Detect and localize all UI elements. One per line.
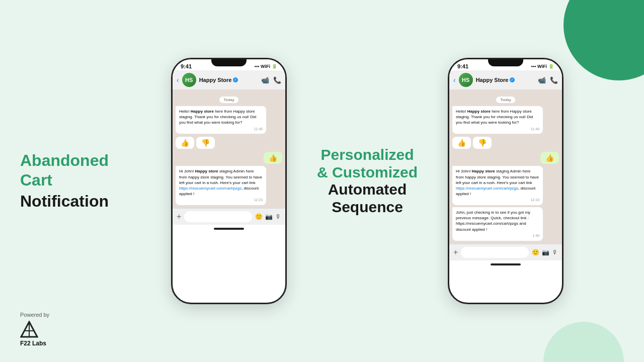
phone1-status-icons: ▪▪▪ WiFi 🔋: [255, 64, 278, 69]
phone2-call-icon[interactable]: 📞: [550, 76, 558, 84]
phone2-msg2: Hi John! Happy store staging Admin here …: [452, 166, 543, 205]
phone2-signal-icon: ▪▪▪: [531, 64, 536, 69]
left-title-green: Abandoned Cart: [20, 151, 141, 190]
phone2-battery-icon: 🔋: [548, 64, 554, 69]
phone1-thumbs-down-btn[interactable]: 👎: [196, 137, 215, 149]
phone2-bottom-bar: [449, 260, 562, 268]
phone2-avatar: HS: [459, 73, 473, 87]
phone1-input-icons: 🙂 📷 🎙: [255, 213, 281, 220]
phone1-wrapper: 9:41 ▪▪▪ WiFi 🔋 ‹ HS Happy Store ✓ 📹 📞: [171, 58, 287, 304]
phone1-message-input[interactable]: [184, 211, 252, 222]
phone2-wa-header: ‹ HS Happy Store ✓ 📹 📞: [449, 70, 562, 90]
phone1-contact-name: Happy Store: [199, 77, 232, 83]
phone1-sticker-icon[interactable]: 🙂: [255, 213, 263, 220]
phone1-input-bar: + 🙂 📷 🎙: [173, 208, 285, 225]
middle-section: Personalized& Customized AutomatedSequen…: [297, 146, 438, 216]
phone2-add-icon[interactable]: +: [453, 248, 458, 257]
phone2-time: 9:41: [457, 63, 468, 69]
phone2-home-indicator: [491, 263, 521, 265]
phone2-message-input[interactable]: [461, 247, 529, 258]
left-section: Abandoned Cart Notification: [0, 151, 161, 211]
phone1-back-button[interactable]: ‹: [177, 76, 179, 84]
phone1-verified-icon: ✓: [233, 77, 238, 82]
phone2-sticker-icon[interactable]: 🙂: [532, 249, 539, 256]
phone1-mic-icon[interactable]: 🎙: [275, 213, 281, 220]
phone2-back-button[interactable]: ‹: [453, 76, 456, 84]
phone1-status-bar: 9:41 ▪▪▪ WiFi 🔋: [173, 59, 285, 70]
middle-title-black: AutomatedSequence: [307, 181, 428, 216]
phone2-status-icons: ▪▪▪ WiFi 🔋: [531, 64, 554, 69]
phone2-camera-icon[interactable]: 📷: [542, 249, 549, 256]
phone2-chat-area: Today Hello! Happy store here from Happy…: [449, 90, 562, 244]
left-title-black: Notification: [20, 192, 141, 211]
phone2-input-bar: + 🙂 📷 🎙: [449, 244, 562, 260]
phone2-contact-name: Happy Store: [476, 77, 509, 83]
phone2-msg1: Hello! Happy store here from Happy store…: [452, 106, 543, 134]
phone2-msg3: John, just checking in to see if you got…: [452, 207, 543, 241]
phone2-wifi-icon: WiFi: [537, 64, 547, 69]
phone1-notch: [211, 59, 247, 66]
phone2-thumbs-up-btn[interactable]: 👍: [452, 137, 471, 149]
phone1-sent-emoji: 👍: [264, 152, 282, 164]
phone2-notch: [488, 59, 523, 66]
phone1-name-row: Happy Store ✓: [199, 77, 258, 83]
phone2-input-icons: 🙂 📷 🎙: [532, 249, 558, 256]
phone2-thumbs-down-btn[interactable]: 👎: [473, 137, 492, 149]
phone1-date-label: Today: [176, 94, 282, 103]
phone1-add-icon[interactable]: +: [177, 212, 181, 221]
phone2-verified-icon: ✓: [510, 77, 515, 82]
battery-icon: 🔋: [272, 64, 277, 69]
phone2-date-label: Today: [452, 94, 559, 103]
phone1-time: 9:41: [181, 63, 192, 69]
signal-icon: ▪▪▪: [255, 64, 260, 69]
phone1-wa-header: ‹ HS Happy Store ✓ 📹 📞: [173, 70, 285, 90]
wifi-icon: WiFi: [261, 64, 270, 69]
phone2-status-bar: 9:41 ▪▪▪ WiFi 🔋: [449, 59, 562, 70]
phone2-mic-icon[interactable]: 🎙: [552, 249, 558, 256]
phone2-video-icon[interactable]: 📹: [538, 76, 546, 84]
phone1-avatar: HS: [182, 73, 196, 87]
phone1-thumbs-up-btn[interactable]: 👍: [176, 137, 194, 149]
phone1-camera-icon[interactable]: 📷: [265, 213, 273, 220]
phone1-msg2: Hi John! Happy store staging Admin here …: [176, 166, 266, 205]
phone2: 9:41 ▪▪▪ WiFi 🔋 ‹ HS Happy Store ✓ 📹 📞: [448, 58, 564, 304]
phone1-msg1: Hello! Happy store here from Happy store…: [176, 106, 266, 134]
phone2-sent-emoji: 👍: [540, 152, 559, 164]
phone2-wrapper: 9:41 ▪▪▪ WiFi 🔋 ‹ HS Happy Store ✓ 📹 📞: [448, 58, 564, 304]
phone1-emoji-row: 👍 👎: [176, 137, 282, 149]
phone1: 9:41 ▪▪▪ WiFi 🔋 ‹ HS Happy Store ✓ 📹 📞: [171, 58, 287, 304]
middle-title-green: Personalized& Customized: [307, 146, 428, 181]
phone2-name-row: Happy Store ✓: [476, 77, 535, 83]
phone2-emoji-row: 👍 👎: [452, 137, 559, 149]
phone2-header-actions: 📹 📞: [538, 76, 558, 84]
phone1-home-indicator: [214, 228, 244, 230]
phone1-call-icon[interactable]: 📞: [273, 76, 281, 84]
phone1-bottom-bar: [173, 225, 285, 233]
phone1-video-icon[interactable]: 📹: [261, 76, 269, 84]
phone1-header-actions: 📹 📞: [261, 76, 281, 84]
phone1-chat-area: Today Hello! Happy store here from Happy…: [173, 90, 285, 208]
